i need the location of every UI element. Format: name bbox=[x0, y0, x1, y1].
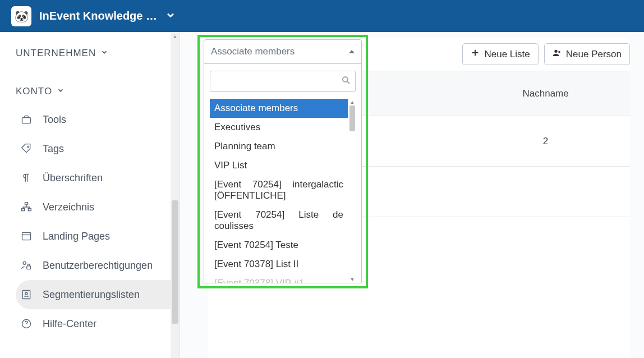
sidebar-item-label: Benutzerberechtigungen bbox=[43, 260, 153, 272]
search-icon bbox=[341, 75, 351, 88]
paragraph-icon bbox=[19, 172, 34, 183]
svg-point-11 bbox=[554, 50, 557, 53]
svg-rect-7 bbox=[27, 266, 31, 269]
dropdown-option[interactable]: Planning team bbox=[210, 137, 348, 156]
dropdown-option[interactable]: [Event 70378] List II bbox=[210, 255, 348, 274]
toolbox-icon bbox=[19, 114, 34, 125]
scroll-down-arrow-icon[interactable]: ▼ bbox=[349, 276, 356, 283]
cell-lastname: 2 bbox=[461, 116, 630, 167]
sidebar-scrollbar[interactable]: ▲ bbox=[171, 32, 180, 358]
table-header-lastname: Nachname bbox=[461, 71, 630, 116]
chevron-down-icon bbox=[57, 86, 65, 97]
sidebar-item-label: Verzeichnis bbox=[43, 201, 94, 213]
sidebar-item-label: Segmentierungslisten bbox=[43, 289, 140, 301]
workspace-switcher-chevron-icon[interactable] bbox=[165, 10, 176, 23]
sidebar-item-landing-pages[interactable]: Landing Pages bbox=[16, 222, 180, 251]
svg-rect-0 bbox=[22, 118, 31, 123]
sidebar-item-tools[interactable]: Tools bbox=[16, 105, 180, 134]
dropdown-scrollbar[interactable]: ▲ ▼ bbox=[349, 99, 356, 283]
new-person-button-label: Neue Person bbox=[566, 49, 622, 60]
dropdown-option[interactable]: Associate members bbox=[210, 99, 348, 118]
sidebar-item-label: Hilfe-Center bbox=[43, 318, 96, 330]
scroll-thumb[interactable] bbox=[172, 200, 178, 324]
help-icon bbox=[19, 318, 34, 329]
sidebar-item-directory[interactable]: Verzeichnis bbox=[16, 192, 180, 222]
svg-rect-5 bbox=[22, 232, 31, 240]
section-account[interactable]: KONTO bbox=[16, 80, 180, 105]
sidebar-item-help-center[interactable]: Hilfe-Center bbox=[16, 309, 180, 338]
sidebar-item-tags[interactable]: Tags bbox=[16, 134, 180, 163]
dropdown-option[interactable]: [Event 70254] Liste de coulisses bbox=[210, 205, 348, 236]
person-plus-icon bbox=[553, 48, 562, 60]
svg-point-1 bbox=[27, 146, 29, 148]
tag-icon bbox=[19, 143, 34, 154]
dropdown-option[interactable]: VIP List bbox=[210, 156, 348, 175]
sidebar-item-label: Tags bbox=[43, 143, 64, 155]
dropdown-option[interactable]: [Event 70254] Teste bbox=[210, 236, 348, 255]
dropdown-option[interactable]: [Event 70254] intergalactic [ÖFFENTLICHE… bbox=[210, 175, 348, 205]
new-list-button[interactable]: Neue Liste bbox=[462, 43, 538, 65]
new-person-button[interactable]: Neue Person bbox=[544, 43, 630, 65]
sidebar-item-headings[interactable]: Überschriften bbox=[16, 163, 180, 192]
scroll-up-arrow-icon[interactable]: ▲ bbox=[349, 99, 356, 105]
svg-rect-2 bbox=[25, 203, 28, 205]
app-icon: 🐼 bbox=[11, 6, 31, 26]
section-company[interactable]: UNTERNEHMEN bbox=[16, 42, 180, 67]
app-title: InEvent Knowledge … bbox=[39, 10, 157, 22]
new-list-button-label: Neue Liste bbox=[484, 49, 530, 60]
users-lock-icon bbox=[19, 260, 34, 271]
caret-up-icon bbox=[349, 50, 355, 53]
section-account-label: KONTO bbox=[16, 86, 52, 97]
dropdown-option[interactable]: Executives bbox=[210, 118, 348, 137]
browser-icon bbox=[19, 231, 34, 242]
list-select-dropdown[interactable]: Associate members Associate members Exec… bbox=[204, 39, 362, 283]
dropdown-selected-label: Associate members bbox=[211, 46, 295, 57]
svg-rect-4 bbox=[28, 209, 31, 211]
plus-icon bbox=[471, 48, 480, 60]
contact-book-icon bbox=[19, 289, 34, 300]
sidebar-item-segment-lists[interactable]: Segmentierungslisten bbox=[16, 280, 180, 309]
scroll-up-arrow-icon[interactable]: ▲ bbox=[171, 32, 180, 41]
sidebar-item-label: Überschriften bbox=[43, 172, 103, 184]
sidebar-item-label: Landing Pages bbox=[43, 231, 110, 242]
section-company-label: UNTERNEHMEN bbox=[16, 48, 96, 59]
sitemap-icon bbox=[19, 201, 34, 213]
svg-point-6 bbox=[23, 261, 26, 264]
dropdown-option[interactable]: [Event 70378] VIP #1 bbox=[210, 274, 348, 283]
svg-point-9 bbox=[25, 292, 27, 295]
svg-point-12 bbox=[343, 77, 348, 82]
sidebar-item-user-permissions[interactable]: Benutzerberechtigungen bbox=[16, 251, 180, 280]
dropdown-selected[interactable]: Associate members bbox=[204, 39, 362, 64]
chevron-down-icon bbox=[100, 48, 108, 59]
sidebar-item-label: Tools bbox=[43, 114, 66, 126]
svg-rect-3 bbox=[22, 209, 25, 211]
dropdown-search-input[interactable] bbox=[210, 71, 356, 92]
scroll-thumb[interactable] bbox=[349, 105, 355, 131]
